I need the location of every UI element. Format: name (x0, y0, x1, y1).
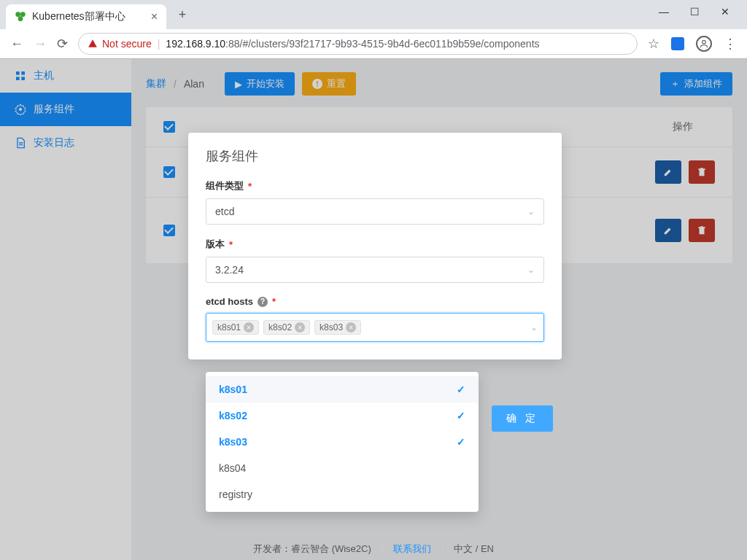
contact-link[interactable]: 联系我们 (393, 543, 431, 554)
check-icon: ✓ (457, 436, 465, 448)
dropdown-option[interactable]: k8s01✓ (206, 376, 479, 402)
browser-toolbar: ← → ⟳ Not secure | 192.168.9.10:88/#/clu… (0, 29, 747, 58)
chevron-down-icon: ⌄ (527, 265, 535, 275)
help-icon[interactable]: ? (258, 297, 268, 307)
page-footer: 开发者：睿云智合 (Wise2C) | 联系我们 | 中文 / EN (0, 542, 747, 556)
browser-tab[interactable]: Kubernetes部署中心 × (6, 4, 166, 29)
browser-chrome: Kubernetes部署中心 × + — ☐ ✕ ← → ⟳ Not secur… (0, 0, 747, 59)
version-select[interactable]: 3.2.24 ⌄ (206, 257, 544, 283)
chevron-down-icon: ⌄ (530, 322, 538, 332)
favicon (15, 11, 26, 23)
divider: | (158, 38, 160, 50)
hosts-multiselect[interactable]: k8s01×k8s02×k8s03× ⌄ (206, 313, 544, 342)
menu-icon[interactable]: ⋮ (724, 36, 737, 52)
host-tag: k8s03× (314, 320, 361, 335)
url-text: 192.168.9.10:88/#/clusters/93f21717-9b93… (166, 38, 628, 50)
bookmark-icon[interactable]: ☆ (648, 36, 659, 52)
back-button[interactable]: ← (10, 36, 23, 52)
not-secure-indicator[interactable]: Not secure (88, 38, 152, 50)
svg-point-2 (18, 16, 23, 21)
version-label: 版本* (206, 238, 544, 251)
type-label: 组件类型* (206, 179, 544, 192)
dropdown-option[interactable]: k8s03✓ (206, 429, 479, 455)
host-tag: k8s01× (212, 320, 259, 335)
component-modal: 服务组件 组件类型* etcd ⌄ 版本* 3.2.24 ⌄ etcd host… (188, 133, 562, 359)
save-icon[interactable] (671, 37, 684, 50)
new-tab-button[interactable]: + (172, 4, 193, 25)
remove-tag-icon[interactable]: × (346, 322, 356, 332)
remove-tag-icon[interactable]: × (295, 322, 305, 332)
language-switcher[interactable]: 中文 / EN (454, 543, 494, 554)
dropdown-option[interactable]: registry (206, 481, 479, 508)
check-icon: ✓ (457, 410, 465, 421)
svg-point-3 (703, 40, 706, 44)
check-icon: ✓ (457, 384, 465, 395)
host-tag: k8s02× (263, 320, 310, 335)
window-controls: — ☐ ✕ (648, 0, 741, 23)
profile-icon[interactable] (696, 36, 712, 52)
modal-title: 服务组件 (188, 133, 562, 171)
close-tab-icon[interactable]: × (151, 10, 158, 23)
modal-footer: 确 定 (492, 405, 553, 432)
minimize-button[interactable]: — (655, 6, 673, 18)
close-window-button[interactable]: ✕ (716, 6, 734, 18)
chevron-down-icon: ⌄ (527, 206, 535, 217)
maximize-button[interactable]: ☐ (686, 6, 703, 18)
remove-tag-icon[interactable]: × (244, 322, 254, 332)
svg-point-0 (15, 12, 20, 17)
dropdown-option[interactable]: k8s02✓ (206, 402, 479, 429)
type-select[interactable]: etcd ⌄ (206, 198, 544, 225)
confirm-button[interactable]: 确 定 (492, 405, 553, 432)
forward-button[interactable]: → (34, 36, 47, 52)
reload-button[interactable]: ⟳ (57, 36, 68, 52)
svg-point-1 (20, 12, 26, 17)
tab-title: Kubernetes部署中心 (32, 10, 125, 23)
address-bar[interactable]: Not secure | 192.168.9.10:88/#/clusters/… (78, 33, 638, 55)
hosts-label: etcd hosts ? * (206, 296, 544, 307)
dropdown-option[interactable]: k8s04 (206, 455, 479, 481)
selected-tags: k8s01×k8s02×k8s03× (212, 320, 361, 335)
titlebar: Kubernetes部署中心 × + — ☐ ✕ (0, 0, 747, 29)
hosts-dropdown: k8s01✓k8s02✓k8s03✓k8s04registry (206, 372, 479, 512)
